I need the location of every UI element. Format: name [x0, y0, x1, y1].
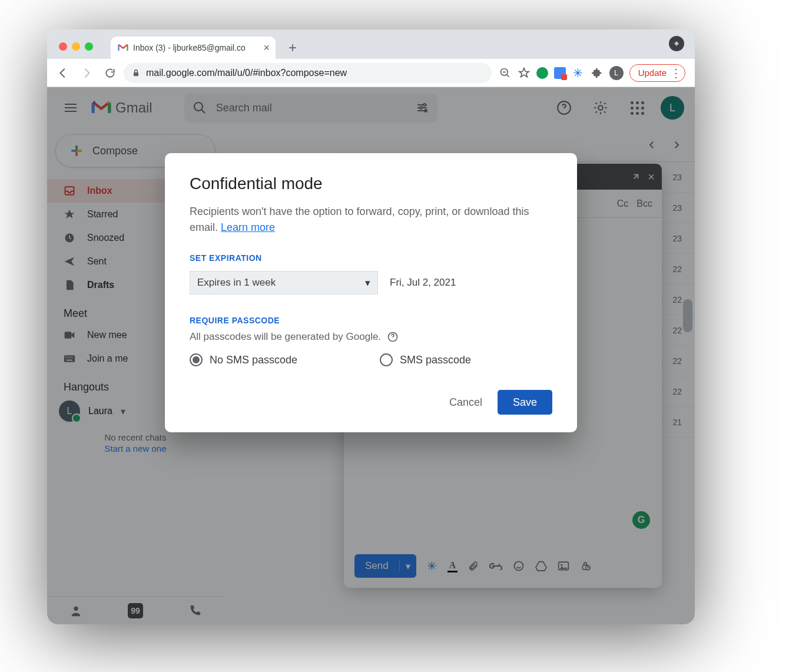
minimize-window-icon[interactable]: [72, 42, 80, 51]
close-tab-icon[interactable]: ×: [263, 42, 270, 54]
gmail-m-icon: [118, 44, 128, 52]
url-text: mail.google.com/mail/u/0/#inbox?compose=…: [146, 68, 347, 78]
back-button[interactable]: [53, 63, 73, 83]
radio-unselected-icon: [380, 353, 393, 366]
browser-window: Inbox (3) - ljburke85@gmail.co × + mail.…: [47, 29, 695, 624]
svg-rect-1: [134, 72, 138, 75]
lock-icon: [132, 68, 140, 78]
modal-overlay: Confidential mode Recipients won't have …: [47, 87, 695, 624]
save-button[interactable]: Save: [498, 390, 552, 415]
maximize-window-icon[interactable]: [85, 42, 93, 51]
forward-button[interactable]: [77, 63, 97, 83]
reload-button[interactable]: [100, 63, 120, 83]
new-tab-button[interactable]: +: [284, 39, 301, 57]
require-passcode-label: REQUIRE PASSCODE: [190, 316, 552, 325]
radio-no-sms[interactable]: No SMS passcode: [190, 353, 362, 366]
learn-more-link[interactable]: Learn more: [221, 221, 275, 233]
translate-ext-icon[interactable]: [554, 67, 566, 79]
incognito-icon[interactable]: [669, 36, 684, 51]
extensions-icon[interactable]: [591, 67, 604, 80]
expiration-dropdown[interactable]: Expires in 1 week ▾: [190, 271, 378, 294]
chevron-down-icon: ▾: [365, 277, 370, 289]
update-button[interactable]: Update ⋮: [629, 64, 685, 82]
grammarly-ext-icon[interactable]: [536, 67, 548, 79]
svg-point-0: [672, 39, 680, 47]
kebab-icon: ⋮: [670, 71, 680, 75]
bookmark-star-icon[interactable]: [518, 67, 531, 80]
tab-title: Inbox (3) - ljburke85@gmail.co: [133, 43, 246, 52]
help-icon[interactable]: [387, 331, 399, 343]
expiration-date: Fri, Jul 2, 2021: [390, 277, 456, 289]
window-controls[interactable]: [59, 42, 93, 51]
cancel-button[interactable]: Cancel: [449, 396, 482, 409]
set-expiration-label: SET EXPIRATION: [190, 253, 552, 263]
dialog-title: Confidential mode: [190, 174, 552, 193]
update-label: Update: [638, 68, 667, 78]
address-bar: mail.google.com/mail/u/0/#inbox?compose=…: [47, 59, 695, 87]
url-field[interactable]: mail.google.com/mail/u/0/#inbox?compose=…: [124, 63, 492, 83]
browser-tab[interactable]: Inbox (3) - ljburke85@gmail.co ×: [111, 37, 276, 59]
dialog-description: Recipients won't have the option to forw…: [190, 204, 552, 236]
passcode-description: All passcodes will be generated by Googl…: [190, 331, 552, 343]
close-window-icon[interactable]: [59, 42, 67, 51]
zoom-icon[interactable]: [499, 67, 512, 80]
radio-sms[interactable]: SMS passcode: [380, 353, 552, 366]
confidential-mode-dialog: Confidential mode Recipients won't have …: [165, 153, 577, 432]
radio-selected-icon: [190, 353, 203, 366]
profile-avatar[interactable]: L: [609, 66, 624, 80]
tab-bar: Inbox (3) - ljburke85@gmail.co × +: [47, 29, 695, 59]
loom-ext-icon[interactable]: ✳: [572, 67, 585, 80]
